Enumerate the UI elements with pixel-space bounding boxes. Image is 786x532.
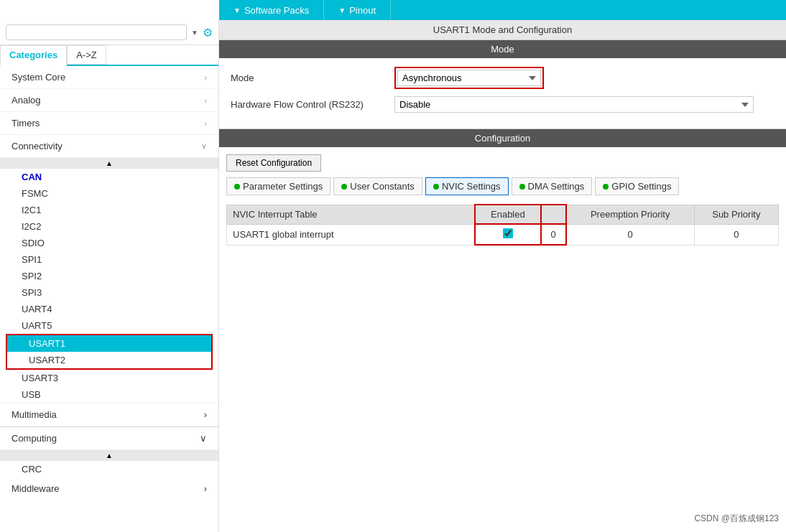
tab-gpio-settings[interactable]: GPIO Settings <box>595 177 679 195</box>
sidebar-item-usart2[interactable]: USART2 <box>7 352 211 368</box>
sidebar-item-middleware[interactable]: Middleware › <box>0 477 218 500</box>
middleware-chevron: › <box>204 483 207 494</box>
sidebar-item-multimedia[interactable]: Multimedia › <box>0 403 218 426</box>
sidebar-item-usb[interactable]: USB <box>0 386 218 403</box>
nvic-col-sub: Sub Priority <box>694 205 778 224</box>
mode-field-mode: Mode Asynchronous <box>231 67 775 89</box>
computing-chevron: ∨ <box>200 433 207 444</box>
nvic-table: NVIC Interrupt Table Enabled Preemption … <box>226 204 779 246</box>
computing-scroll-up[interactable]: ▲ <box>0 450 218 461</box>
tab-categories[interactable]: Categories <box>0 45 67 66</box>
top-bar-left <box>0 0 219 20</box>
table-row: USART1 global interrupt 0 0 0 <box>227 224 779 245</box>
sidebar-item-timers[interactable]: Timers › <box>0 112 218 135</box>
search-dropdown-icon[interactable]: ▼ <box>191 29 198 37</box>
software-packs-tab[interactable]: ▼ Software Packs <box>219 0 324 20</box>
config-tabs: Parameter Settings User Constants NVIC S… <box>226 177 779 195</box>
middleware-section: Middleware › <box>0 477 218 500</box>
sidebar-item-spi3[interactable]: SPI3 <box>0 284 218 301</box>
computing-sub-items: ▲ CRC <box>0 450 218 477</box>
sidebar-item-crc[interactable]: CRC <box>0 461 218 477</box>
user-constants-label: User Constants <box>350 181 415 192</box>
user-constants-dot <box>341 184 347 190</box>
sidebar-item-i2c2[interactable]: I2C2 <box>0 218 218 235</box>
mode-section: Mode Mode Asynchronous Hardware Flow Con… <box>219 40 786 129</box>
sidebar: ▼ ⚙ Categories A->Z System Core › Analog… <box>0 20 219 532</box>
nvic-enabled-cell <box>475 224 541 245</box>
top-bar: ▼ Software Packs ▼ Pinout <box>0 0 786 20</box>
system-core-chevron: › <box>204 73 207 82</box>
sidebar-item-fsmc[interactable]: FSMC <box>0 185 218 202</box>
dma-settings-dot <box>519 184 525 190</box>
sidebar-item-usart3[interactable]: USART3 <box>0 370 218 386</box>
analog-chevron: › <box>204 96 207 105</box>
nvic-col-interrupt: NVIC Interrupt Table <box>227 205 476 224</box>
middleware-label: Middleware <box>11 483 59 494</box>
sidebar-tabs: Categories A->Z <box>0 45 218 66</box>
tab-az[interactable]: A->Z <box>67 45 106 65</box>
system-core-label: System Core <box>11 72 65 83</box>
top-bar-tabs: ▼ Software Packs ▼ Pinout <box>219 0 786 20</box>
multimedia-chevron: › <box>204 409 207 420</box>
config-header: Configuration <box>219 129 786 147</box>
nvic-col-preemption: Preemption Priority <box>566 205 694 224</box>
sidebar-item-computing[interactable]: Computing ∨ <box>0 427 218 450</box>
sidebar-item-spi2[interactable]: SPI2 <box>0 268 218 284</box>
pinout-label: Pinout <box>349 5 376 16</box>
timers-label: Timers <box>11 118 40 129</box>
reset-configuration-button[interactable]: Reset Configuration <box>226 154 321 172</box>
sidebar-item-system-core[interactable]: System Core › <box>0 66 218 89</box>
pinout-tab[interactable]: ▼ Pinout <box>324 0 391 20</box>
sidebar-item-usart1[interactable]: USART1 <box>7 335 211 352</box>
sidebar-item-uart4[interactable]: UART4 <box>0 301 218 317</box>
sidebar-content: System Core › Analog › Timers › Connecti… <box>0 66 218 532</box>
connectivity-label: Connectivity <box>11 141 63 151</box>
tab-nvic-settings[interactable]: NVIC Settings <box>425 177 509 195</box>
search-input[interactable] <box>6 24 187 40</box>
sidebar-item-sdio[interactable]: SDIO <box>0 235 218 251</box>
nvic-col-empty <box>541 205 566 224</box>
timers-chevron: › <box>204 119 207 128</box>
multimedia-section: Multimedia › <box>0 403 218 426</box>
mode-label: Mode <box>231 73 389 83</box>
gear-icon[interactable]: ⚙ <box>203 26 213 39</box>
sidebar-item-can[interactable]: CAN <box>0 169 218 185</box>
mode-header: Mode <box>219 40 786 58</box>
mode-fields: Mode Asynchronous Hardware Flow Control … <box>219 58 786 129</box>
connectivity-scroll-up[interactable]: ▲ <box>0 158 218 169</box>
hw-flow-select[interactable]: Disable <box>394 96 754 113</box>
hw-flow-label: Hardware Flow Control (RS232) <box>231 99 389 110</box>
nvic-sub-cell: 0 <box>694 224 778 245</box>
connectivity-section: Connectivity ∨ ▲ CAN FSMC I2C1 I2C2 SDIO… <box>0 135 218 403</box>
pinout-arrow: ▼ <box>338 6 346 14</box>
nvic-preemption-cell: 0 <box>566 224 694 245</box>
tab-dma-settings[interactable]: DMA Settings <box>512 177 593 195</box>
main-layout: ▼ ⚙ Categories A->Z System Core › Analog… <box>0 20 786 532</box>
nvic-enabled-checkbox[interactable] <box>503 228 513 238</box>
computing-section: Computing ∨ ▲ CRC <box>0 426 218 477</box>
sidebar-item-connectivity[interactable]: Connectivity ∨ <box>0 135 218 158</box>
computing-label: Computing <box>11 433 57 444</box>
sidebar-item-analog[interactable]: Analog › <box>0 89 218 112</box>
mode-field-hw-flow: Hardware Flow Control (RS232) Disable <box>231 96 775 113</box>
dma-settings-label: DMA Settings <box>528 181 585 192</box>
sidebar-item-spi1[interactable]: SPI1 <box>0 251 218 268</box>
sidebar-item-i2c1[interactable]: I2C1 <box>0 202 218 218</box>
nvic-col-enabled: Enabled <box>475 205 541 224</box>
tab-parameter-settings[interactable]: Parameter Settings <box>226 177 330 195</box>
parameter-settings-label: Parameter Settings <box>243 181 323 192</box>
nvic-settings-dot <box>433 184 439 190</box>
gpio-settings-dot <box>603 184 609 190</box>
analog-label: Analog <box>11 95 40 106</box>
connectivity-sub-items: ▲ CAN FSMC I2C1 I2C2 SDIO SPI1 SPI2 SPI3… <box>0 158 218 403</box>
config-section: Configuration Reset Configuration Parame… <box>219 129 786 532</box>
sidebar-item-uart5[interactable]: UART5 <box>0 317 218 334</box>
gpio-settings-label: GPIO Settings <box>611 181 671 192</box>
software-packs-label: Software Packs <box>244 5 309 16</box>
connectivity-chevron: ∨ <box>201 141 207 151</box>
content-area: USART1 Mode and Configuration Mode Mode … <box>219 20 786 532</box>
tab-user-constants[interactable]: User Constants <box>333 177 422 195</box>
software-packs-arrow: ▼ <box>234 6 241 14</box>
multimedia-label: Multimedia <box>11 409 57 420</box>
mode-select[interactable]: Asynchronous <box>397 70 541 86</box>
